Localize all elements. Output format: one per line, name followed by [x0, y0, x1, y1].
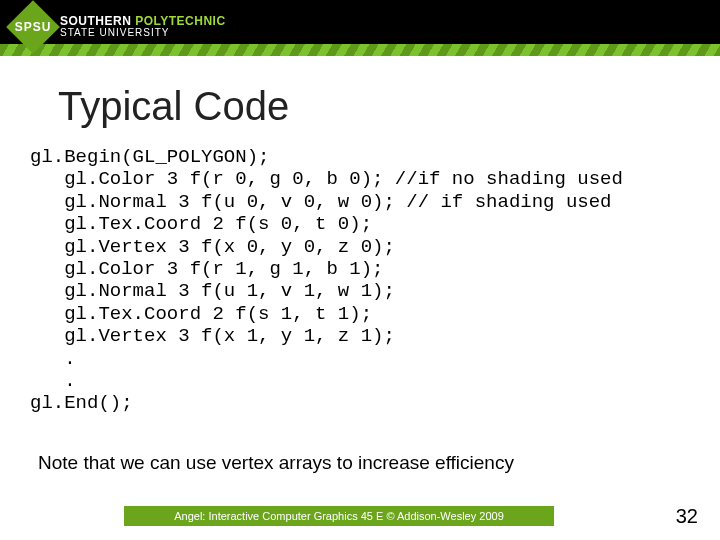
note-text: Note that we can use vertex arrays to in… — [38, 452, 514, 474]
page-number: 32 — [676, 505, 698, 528]
logo-line2: STATE UNIVERSITY — [60, 28, 226, 39]
footer-text: Angel: Interactive Computer Graphics 45 … — [174, 510, 504, 522]
code-block: gl.Begin(GL_POLYGON); gl.Color 3 f(r 0, … — [30, 146, 623, 415]
logo: SPSU SOUTHERN POLYTECHNIC STATE UNIVERSI… — [14, 8, 226, 46]
slide-title: Typical Code — [58, 84, 289, 129]
logo-badge-text: SPSU — [14, 8, 52, 46]
footer-bar: Angel: Interactive Computer Graphics 45 … — [124, 506, 554, 526]
slide: SPSU SOUTHERN POLYTECHNIC STATE UNIVERSI… — [0, 0, 720, 540]
logo-badge-icon: SPSU — [6, 0, 60, 54]
header: SPSU SOUTHERN POLYTECHNIC STATE UNIVERSI… — [0, 0, 720, 56]
logo-text: SOUTHERN POLYTECHNIC STATE UNIVERSITY — [60, 15, 226, 38]
